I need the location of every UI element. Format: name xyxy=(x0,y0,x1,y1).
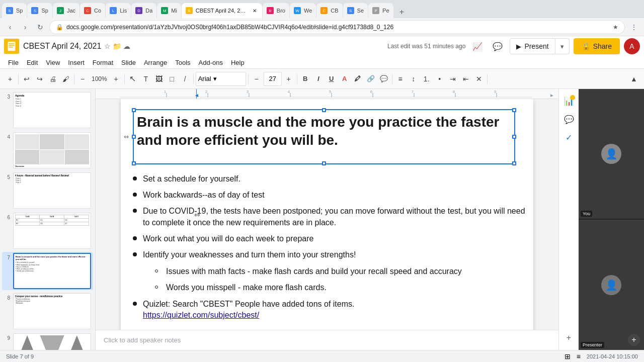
toolbar-undo-btn[interactable]: ↩ xyxy=(21,72,33,86)
link-btn[interactable]: 🔗 xyxy=(365,72,377,86)
toolbar-print-btn[interactable]: 🖨 xyxy=(47,72,59,86)
zoom-display[interactable]: 100% xyxy=(90,72,109,86)
address-bar[interactable]: 🔒 docs.google.com/presentation/d/1aYzbJV… xyxy=(49,20,625,34)
font-selector[interactable]: Arial ▾ xyxy=(196,72,246,86)
slide-thumb-6[interactable]: 6 Col ACol BCol C R14.15.2 R23.84.7 xyxy=(2,212,93,250)
canvas-scroll[interactable]: ⇔ ⇔ xyxy=(96,99,558,330)
panel-resize-handle[interactable]: ⇔ xyxy=(194,211,200,219)
underline-btn[interactable]: U xyxy=(326,72,338,86)
tab-jac[interactable]: J Jac xyxy=(53,3,79,18)
line-spacing-btn[interactable]: ↕ xyxy=(408,72,420,86)
folder-icon[interactable]: 📁 xyxy=(113,42,121,50)
status-list-btn[interactable]: ≡ xyxy=(577,352,581,360)
tab-we[interactable]: W We xyxy=(290,3,316,18)
check-btn[interactable]: ✓ xyxy=(561,129,577,145)
menu-file[interactable]: File xyxy=(4,58,23,67)
zoom-out-btn[interactable]: − xyxy=(76,72,89,86)
tab-pe[interactable]: P Pe xyxy=(368,3,393,18)
chart-btn[interactable]: 📈 xyxy=(469,38,486,54)
back-button[interactable]: ‹ xyxy=(4,21,16,33)
toolbar-add-btn[interactable]: + xyxy=(4,72,16,86)
tab-sp1[interactable]: S Sp xyxy=(2,3,27,18)
resize-arrow-left[interactable]: ⇔ xyxy=(124,133,129,140)
tab-co[interactable]: C Co xyxy=(80,3,105,18)
title-text[interactable]: CBEST April 24, 2021 xyxy=(23,42,101,51)
selection-handle-bl[interactable] xyxy=(132,161,136,165)
comments-side-btn[interactable]: 💬 xyxy=(561,111,577,127)
tab-lis[interactable]: L Lis xyxy=(106,3,131,18)
explore-btn[interactable]: 📊 xyxy=(561,93,577,109)
status-grid-btn[interactable]: ⊞ xyxy=(565,352,571,360)
menu-insert[interactable]: Insert xyxy=(64,58,89,67)
menu-view[interactable]: View xyxy=(42,58,64,67)
star-icon[interactable]: ☆ xyxy=(104,42,111,50)
selection-handle-bc[interactable] xyxy=(322,161,326,165)
tab-cbest[interactable]: S CBEST April 24, 2021 ✕ xyxy=(182,3,262,18)
user-avatar[interactable]: A xyxy=(624,38,640,54)
tab-cb1[interactable]: C CB xyxy=(316,3,342,18)
selection-handle-tc[interactable] xyxy=(322,108,326,112)
menu-format[interactable]: Format xyxy=(89,58,117,67)
shapes-tool-btn[interactable]: □ xyxy=(166,72,178,86)
menu-addons[interactable]: Add-ons xyxy=(195,58,227,67)
text-color-btn[interactable]: A xyxy=(339,72,351,86)
indent-btn[interactable]: ⇥ xyxy=(447,72,459,86)
video-add-btn[interactable]: + xyxy=(628,334,640,346)
tab-sp2[interactable]: S Sp xyxy=(27,3,52,18)
slide-thumb-9[interactable]: 9 xyxy=(2,332,93,350)
italic-btn[interactable]: I xyxy=(312,72,325,86)
tab-bro[interactable]: B Bro xyxy=(263,3,289,18)
clear-format-btn[interactable]: ✕ xyxy=(473,72,485,86)
menu-help[interactable]: Help xyxy=(227,58,249,67)
comments-btn[interactable]: 💬 xyxy=(490,38,506,54)
font-size-increase-btn[interactable]: + xyxy=(283,72,295,86)
present-button[interactable]: ▶ Present xyxy=(510,38,555,54)
image-tool-btn[interactable]: 🖼 xyxy=(153,72,165,86)
reload-button[interactable]: ↻ xyxy=(34,21,46,33)
highlight-btn[interactable]: 🖍 xyxy=(352,72,364,86)
new-tab-btn[interactable]: + xyxy=(396,6,408,18)
bullet-list-btn[interactable]: • xyxy=(434,72,446,86)
bookmark-btn[interactable]: ⋮ xyxy=(628,21,640,33)
speaker-notes[interactable]: Click to add speaker notes xyxy=(96,330,558,350)
forward-button[interactable]: › xyxy=(19,21,31,33)
menu-edit[interactable]: Edit xyxy=(23,58,42,67)
selection-handle-br[interactable] xyxy=(512,161,516,165)
numbered-list-btn[interactable]: 1. xyxy=(421,72,433,86)
selection-handle-tl[interactable] xyxy=(132,108,136,112)
share-button[interactable]: 🔒 Share xyxy=(574,38,620,54)
slide-thumb-4[interactable]: 4 Overview xyxy=(2,131,93,169)
tab-da[interactable]: D Da xyxy=(131,3,156,18)
zoom-in-btn[interactable]: + xyxy=(110,72,122,86)
slide-thumb-5[interactable]: 5 4 hours - Material learned before! Rev… xyxy=(2,171,93,210)
slide-thumb-8[interactable]: 8 Conquer your nerves - mindfulness prac… xyxy=(2,292,93,330)
tab-close-btn[interactable]: ✕ xyxy=(251,7,258,14)
menu-slide[interactable]: Slide xyxy=(117,58,140,67)
slide-title-text[interactable]: Brain is a muscle and the more you pract… xyxy=(137,113,509,150)
bold-btn[interactable]: B xyxy=(299,72,311,86)
toolbar-collapse-btn[interactable]: ▲ xyxy=(628,72,640,86)
present-dropdown-btn[interactable]: ▾ xyxy=(555,38,570,54)
selection-handle-ml[interactable] xyxy=(132,135,136,139)
outdent-btn[interactable]: ⇤ xyxy=(460,72,472,86)
slide-thumb-7[interactable]: 7 Brain is a muscle and the more you pra… xyxy=(2,252,93,290)
font-size-decrease-btn[interactable]: − xyxy=(251,72,263,86)
align-btn[interactable]: ≡ xyxy=(394,72,407,86)
selection-handle-tr[interactable] xyxy=(512,108,516,112)
selection-handle-mr[interactable] xyxy=(512,135,516,139)
tab-se[interactable]: S Se xyxy=(343,3,368,18)
text-tool-btn[interactable]: T xyxy=(140,72,152,86)
line-tool-btn[interactable]: / xyxy=(179,72,191,86)
toolbar-paint-btn[interactable]: 🖌 xyxy=(60,72,72,86)
slide-content[interactable]: Set a schedule for yourself. Work backwa… xyxy=(133,173,525,326)
font-size-box[interactable]: 27 xyxy=(264,72,282,86)
add-slide-btn[interactable]: + xyxy=(561,330,577,346)
tab-mi[interactable]: M Mi xyxy=(157,3,181,18)
slide-canvas[interactable]: ⇔ Brain is a muscle and the more you pra… xyxy=(121,99,533,330)
toolbar-redo-btn[interactable]: ↪ xyxy=(34,72,46,86)
slide-thumb-3[interactable]: 3 Agenda • Item 1• Item 2• Item 3• Item … xyxy=(2,91,93,129)
quizlet-link[interactable]: https://quizlet.com/subject/cbest/ xyxy=(143,311,259,319)
comment-inline-btn[interactable]: 💬 xyxy=(378,72,390,86)
menu-tools[interactable]: Tools xyxy=(171,58,194,67)
cursor-tool-btn[interactable]: ↖ xyxy=(127,72,139,86)
